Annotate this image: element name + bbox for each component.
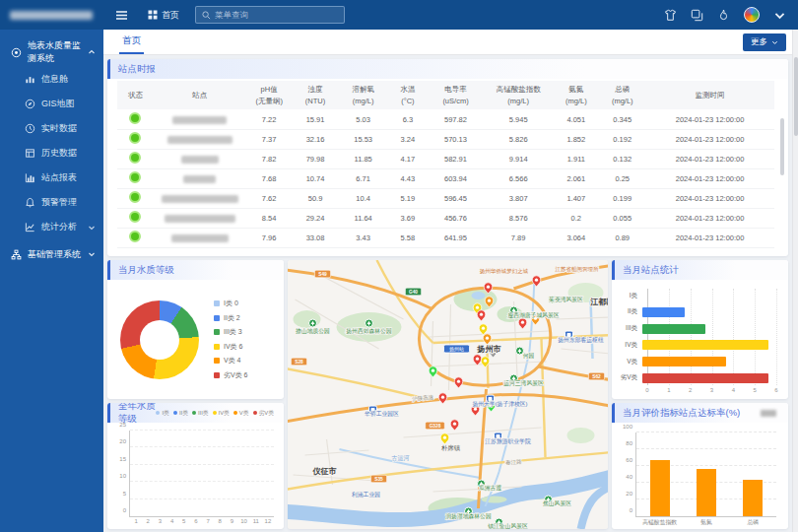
status-dot — [129, 132, 141, 144]
chevron-down-icon — [771, 39, 778, 46]
legend-item[interactable]: I类 — [156, 409, 168, 418]
table-scrollbar-thumb[interactable] — [780, 118, 784, 175]
monthly-quality-donut: I类 0II类 2III类 3IV类 6V类 4劣V类 6 — [107, 280, 284, 399]
svg-text:G40: G40 — [409, 290, 418, 295]
column-header-状态: 状态 — [117, 81, 154, 109]
road-badge-G328: G328 — [426, 422, 445, 430]
sidebar-item-label: 信息舱 — [41, 73, 68, 86]
compliance-corner-redacted — [761, 410, 776, 417]
more-button[interactable]: 更多 — [743, 33, 786, 51]
sidebar-item-历史数据[interactable]: 历史数据 — [0, 141, 103, 166]
legend-item[interactable]: IV类 — [213, 409, 230, 418]
page-scrollbar[interactable] — [792, 30, 798, 532]
table-cell: 6.71 — [339, 168, 388, 188]
map-label: 扬州西郊森林公园 — [346, 328, 391, 335]
legend-item[interactable]: I类 0 — [214, 299, 248, 308]
table-cell: 5.945 — [484, 109, 553, 129]
hbar-row-V类: V类 — [616, 355, 776, 368]
table-row: 7.3732.1615.533.24570.135.8261.8520.1922… — [117, 129, 774, 149]
search-input[interactable] — [215, 10, 338, 20]
table-cell: 9.914 — [484, 149, 553, 168]
column-header-氨氮: 氨氮(mg/L) — [553, 81, 599, 109]
nav-home-label: 首页 — [162, 9, 179, 22]
table-cell: 0.192 — [599, 129, 645, 149]
table-cell: 79.98 — [293, 149, 339, 168]
station-name-redacted — [165, 215, 235, 223]
hbar-row-劣V类: 劣V类 — [616, 371, 776, 385]
status-dot — [129, 152, 141, 164]
station-badge: 扬州站 — [444, 345, 470, 353]
nav-home[interactable]: 首页 — [148, 9, 179, 22]
table-cell: 33.08 — [293, 228, 339, 247]
legend-item[interactable]: II类 2 — [214, 313, 248, 323]
legend-item[interactable]: II类 — [173, 409, 188, 418]
legend-item[interactable]: IV类 6 — [214, 342, 248, 352]
table-row: 8.5429.2411.643.69456.768.5760.20.055202… — [117, 208, 774, 228]
map-canvas: G40S49S28S35S62G328 扬州站 扬州市仪征市江都区扬州西郊森林公… — [288, 260, 608, 529]
flame-icon[interactable] — [717, 9, 730, 22]
table-cell: 0.2 — [553, 208, 599, 228]
sidebar-group-label: 地表水质量监测系统 — [28, 39, 88, 65]
sidebar-item-GIS地图[interactable]: GIS地图 — [0, 92, 103, 116]
tab-home[interactable]: 首页 — [119, 34, 144, 54]
table-cell: 570.13 — [428, 129, 484, 149]
page-scrollbar-thumb[interactable] — [794, 57, 798, 136]
sidebar-item-实时数据[interactable]: 实时数据 — [0, 116, 103, 141]
table-cell: 3.064 — [553, 228, 599, 247]
dashboard-chart-icon — [25, 74, 35, 85]
table-cell: 5.19 — [388, 188, 428, 208]
map[interactable]: G40S49S28S35S62G328 扬州站 扬州市仪征市江都区扬州西郊森林公… — [288, 260, 608, 529]
legend-item[interactable]: III类 — [192, 409, 209, 418]
station-report-table: 状态站点pH值(无量纲)浊度(NTU)溶解氧(mg/L)水温(°C)电导率(uS… — [117, 81, 774, 248]
table-cell: 2024-01-23 12:00:00 — [645, 188, 774, 208]
donut-legend: I类 0II类 2III类 3IV类 6V类 4劣V类 6 — [214, 299, 248, 380]
map-label: 焦山风景区 — [543, 499, 571, 506]
svg-text:扬州站: 扬州站 — [449, 346, 464, 353]
table-cell: 11.85 — [339, 149, 388, 168]
sidebar-item-站点报表[interactable]: 站点报表 — [0, 166, 103, 190]
legend-item[interactable]: 劣V类 — [253, 409, 274, 418]
annual-quality-chart: 0510152025123456789101112 — [129, 425, 276, 529]
legend-item[interactable]: 劣V类 6 — [214, 370, 248, 380]
alert-icon — [25, 197, 35, 208]
sidebar-item-信息舱[interactable]: 信息舱 — [0, 67, 103, 92]
legend-item[interactable]: V类 — [233, 409, 249, 418]
legend-item[interactable]: III类 3 — [214, 327, 248, 337]
sidebar-group-基础管理系统[interactable]: 基础管理系统 — [0, 239, 103, 269]
sidebar-group-地表水质量监测系统[interactable]: 地表水质量监测系统 — [0, 37, 103, 67]
monthly-quality-title: 当月水质等级 — [118, 264, 174, 277]
layout-screens-icon[interactable] — [691, 9, 703, 22]
chevron-down-icon — [88, 250, 96, 258]
table-cell: 0.055 — [599, 208, 645, 228]
map-label: 朴席镇 — [441, 444, 461, 451]
legend-item[interactable]: V类 4 — [214, 356, 248, 366]
sidebar-item-label: 历史数据 — [41, 147, 77, 160]
sidebar-item-统计分析[interactable]: 统计分析 — [0, 215, 103, 239]
hamburger-icon[interactable] — [115, 9, 128, 22]
table-cell: 2.061 — [553, 168, 599, 188]
sidebar-item-label: 实时数据 — [41, 122, 77, 135]
status-dot — [129, 171, 141, 183]
table-cell: 603.94 — [428, 168, 484, 188]
clock-icon — [25, 123, 35, 134]
topbar-actions — [664, 7, 786, 23]
donut-chart — [120, 300, 199, 379]
table-cell: 2024-01-23 12:00:00 — [645, 168, 774, 188]
station-name-redacted — [181, 156, 219, 164]
road-badge-S35: S35 — [370, 475, 386, 483]
table-cell: 11.64 — [339, 208, 388, 228]
table-cell: 2024-01-23 12:00:00 — [645, 208, 774, 228]
annual-quality-legend: I类II类III类IV类V类劣V类 — [156, 409, 276, 418]
table-cell: 7.62 — [246, 188, 293, 208]
table-cell: 32.16 — [293, 129, 339, 149]
column-header-高锰酸盐指数: 高锰酸盐指数(mg/L) — [484, 81, 553, 109]
theme-shirt-icon[interactable] — [664, 9, 677, 22]
bottom-grid: 当月水质等级 I类 0II类 2III类 3IV类 6V类 4劣V类 6 全年水… — [107, 260, 788, 529]
table-cell: 7.89 — [484, 228, 553, 247]
user-avatar[interactable] — [744, 7, 760, 23]
table-row: 7.9633.083.435.58641.957.893.0640.892024… — [117, 228, 774, 247]
sidebar-item-预警管理[interactable]: 预警管理 — [0, 190, 103, 215]
table-cell: 597.82 — [428, 109, 484, 129]
user-menu-chevron-icon[interactable] — [773, 9, 786, 22]
table-cell: 7.82 — [246, 149, 293, 168]
